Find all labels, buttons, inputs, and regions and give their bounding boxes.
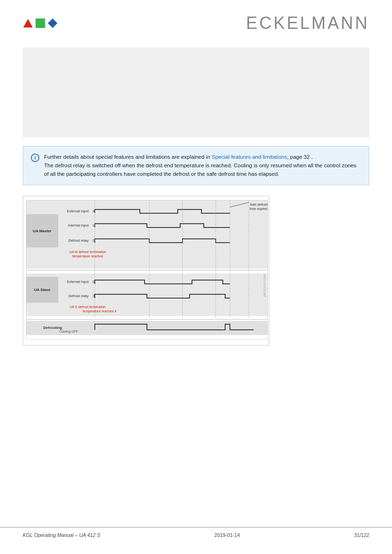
svg-rect-3 [26,200,268,269]
footer-title: KGL Operating Manual – UA 412 S [23,532,100,538]
main-content: i Further details about special features… [0,43,392,369]
info-body-text: The defrost relay is switched off when t… [44,163,356,177]
svg-text:UA Master: UA Master [33,229,51,233]
svg-text:temperature reached  4: temperature reached 4 [83,309,117,313]
svg-marker-2 [48,18,57,28]
info-link[interactable]: Special features and limitations [212,154,287,160]
svg-marker-0 [23,19,33,27]
info-text-before-link: Further details about special features a… [44,154,212,160]
page-footer: KGL Operating Manual – UA 412 S 2019-01-… [0,527,392,543]
svg-rect-1 [36,18,45,28]
info-box-text: Further details about special features a… [44,153,361,178]
svg-text:2: 2 [92,280,94,284]
info-icon: i [31,154,39,162]
svg-text:UA Slave: UA Slave [34,288,51,292]
logo-green-shape [35,18,46,28]
info-text-page: , page 32 . [287,154,313,160]
svg-text:Defrost relay: Defrost relay [68,294,89,298]
svg-text:Defrost relay: Defrost relay [68,238,89,243]
svg-text:1: 1 [92,223,94,227]
footer-date: 2019-01-14 [214,532,240,538]
svg-text:2: 2 [92,238,94,243]
timing-diagram-svg: UA Master External input 3 Internal inpu… [26,200,268,340]
svg-text:External input: External input [67,280,89,284]
svg-text:UA S defrost termination: UA S defrost termination [70,305,106,309]
page-header: ECKELMANN [0,0,392,43]
svg-text:ZMI-5120-S1-13049: ZMI-5120-S1-13049 [263,274,266,297]
info-box: i Further details about special features… [23,146,369,185]
svg-text:External input: External input [67,209,89,213]
svg-text:Defrosting: Defrosting [43,326,62,330]
svg-text:Cooling OFF: Cooling OFF [59,330,78,334]
logo-red-shape [23,18,33,28]
svg-text:3: 3 [92,209,94,213]
footer-page: 31/122 [354,532,369,538]
svg-text:temperature reached: temperature reached [73,254,103,258]
svg-text:3: 3 [92,294,94,298]
logo [23,18,58,28]
timing-diagram-container: UA Master External input 3 Internal inpu… [23,196,269,345]
svg-text:time expired: time expired [250,207,268,211]
svg-text:Internal input: Internal input [68,223,89,227]
brand-name: ECKELMANN [246,13,369,33]
svg-text:Safe defrost: Safe defrost [250,203,268,206]
svg-text:UA M defrost termination: UA M defrost termination [69,250,106,254]
top-content-block [23,47,369,137]
diagram-inner: UA Master External input 3 Internal inpu… [23,196,269,345]
logo-blue-shape [47,18,58,28]
